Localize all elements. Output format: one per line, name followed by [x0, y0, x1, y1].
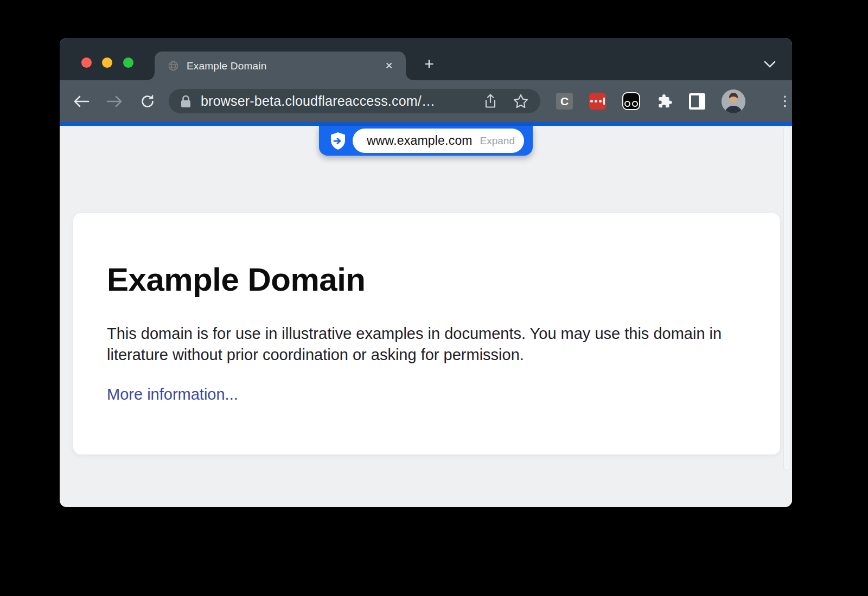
- url-text[interactable]: browser-beta.cloudflareaccess.com/…: [201, 93, 484, 109]
- isolated-hostname: www.example.com: [367, 133, 480, 148]
- page-paragraph: This domain is for use in illustrative e…: [107, 323, 731, 366]
- share-icon: [484, 94, 497, 109]
- content-card: Example Domain This domain is for use in…: [73, 213, 780, 454]
- more-information-link[interactable]: More information...: [107, 386, 238, 403]
- isolated-hostname-pill[interactable]: www.example.com Expand: [353, 129, 524, 153]
- new-tab-button[interactable]: +: [420, 55, 438, 74]
- vertical-scrollbar[interactable]: [783, 126, 790, 471]
- minimize-window-button[interactable]: [102, 57, 112, 68]
- star-icon: [513, 94, 528, 108]
- lastpass-extension-icon[interactable]: [589, 93, 606, 110]
- lock-icon: [181, 95, 191, 108]
- side-panel-icon[interactable]: [689, 93, 705, 110]
- forward-arrow-icon: [106, 95, 123, 108]
- extensions-puzzle-icon[interactable]: [656, 93, 673, 110]
- browser-window: Example Domain ✕ +: [60, 38, 792, 507]
- forward-button[interactable]: [103, 89, 126, 113]
- reload-icon: [140, 94, 155, 109]
- goggles-extension-icon[interactable]: [622, 92, 640, 110]
- share-button[interactable]: [484, 94, 497, 109]
- toolbar: browser-beta.cloudflareaccess.com/… C: [60, 80, 792, 122]
- shield-arrow-icon: [330, 132, 346, 150]
- globe-favicon-icon: [168, 60, 179, 72]
- close-window-button[interactable]: [81, 57, 92, 68]
- extensions-area: C ⋮: [556, 89, 792, 113]
- reload-button[interactable]: [136, 89, 159, 113]
- tab-strip: Example Domain ✕ +: [60, 38, 792, 80]
- tab-close-icon[interactable]: ✕: [382, 59, 396, 73]
- zoom-window-button[interactable]: [123, 57, 133, 68]
- extension-c-icon[interactable]: C: [556, 93, 573, 110]
- tab-example-domain[interactable]: Example Domain ✕: [155, 52, 406, 80]
- chevron-down-icon[interactable]: [764, 61, 776, 68]
- tab-title: Example Domain: [187, 60, 382, 72]
- back-button[interactable]: [69, 89, 93, 113]
- isolation-badge[interactable]: www.example.com Expand: [319, 126, 533, 156]
- address-bar[interactable]: browser-beta.cloudflareaccess.com/…: [169, 89, 540, 113]
- menu-kebab-icon[interactable]: ⋮: [777, 93, 792, 110]
- page-title: Example Domain: [107, 261, 746, 298]
- isolation-indicator-line: [60, 122, 792, 126]
- page-viewport: www.example.com Expand Example Domain Th…: [60, 126, 792, 507]
- back-arrow-icon: [73, 95, 90, 108]
- expand-button[interactable]: Expand: [480, 135, 515, 147]
- profile-avatar[interactable]: [722, 89, 745, 113]
- bookmark-button[interactable]: [513, 94, 528, 108]
